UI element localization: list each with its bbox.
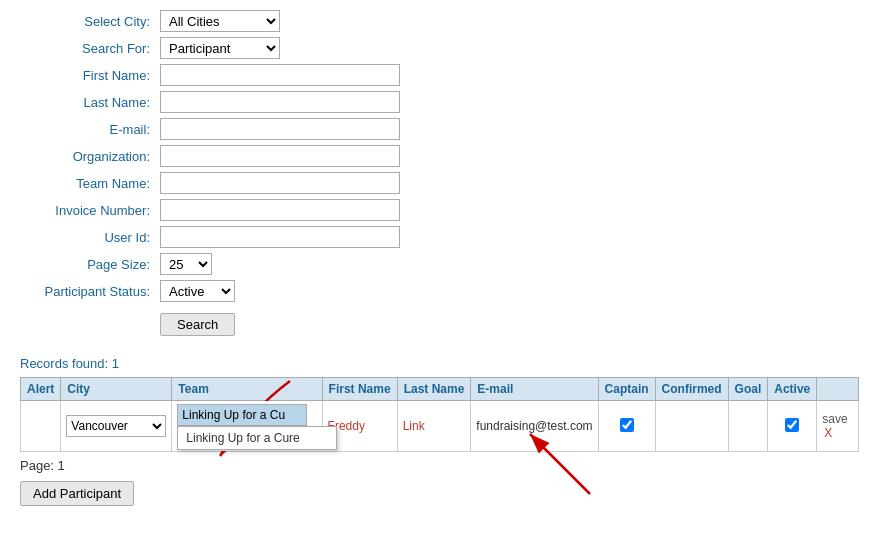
col-city: City xyxy=(61,378,172,401)
table-header-row: Alert City Team First Name Last Name E-m… xyxy=(21,378,859,401)
page-info: Page: 1 xyxy=(20,458,859,473)
user-id-row: User Id: xyxy=(20,226,859,248)
email-value: fundraising@test.com xyxy=(476,419,592,433)
last-name-input[interactable] xyxy=(160,91,400,113)
records-found: Records found: 1 xyxy=(20,356,859,371)
team-input[interactable] xyxy=(177,404,307,426)
table-row: Vancouver ▼ Linking Up for a Cure Freddy xyxy=(21,401,859,452)
team-name-label: Team Name: xyxy=(20,176,160,191)
participant-status-row: Participant Status: Active Inactive All xyxy=(20,280,859,302)
cell-goal xyxy=(728,401,768,452)
search-for-row: Search For: Participant xyxy=(20,37,859,59)
select-city-row: Select City: All Cities xyxy=(20,10,859,32)
cell-alert xyxy=(21,401,61,452)
search-for-label: Search For: xyxy=(20,41,160,56)
user-id-label: User Id: xyxy=(20,230,160,245)
col-actions xyxy=(817,378,859,401)
organization-row: Organization: xyxy=(20,145,859,167)
col-confirmed: Confirmed xyxy=(655,378,728,401)
first-name-input[interactable] xyxy=(160,64,400,86)
cell-captain xyxy=(598,401,655,452)
cell-last-name: Link xyxy=(397,401,471,452)
participant-status-select[interactable]: Active Inactive All xyxy=(160,280,235,302)
cell-confirmed xyxy=(655,401,728,452)
captain-checkbox[interactable] xyxy=(620,418,634,432)
cell-email: fundraising@test.com xyxy=(471,401,598,452)
col-first-name: First Name xyxy=(322,378,397,401)
add-participant-button[interactable]: Add Participant xyxy=(20,481,134,506)
cell-active xyxy=(768,401,817,452)
page-size-row: Page Size: 25 50 100 xyxy=(20,253,859,275)
team-option[interactable]: Linking Up for a Cure xyxy=(178,427,336,449)
invoice-number-label: Invoice Number: xyxy=(20,203,160,218)
city-row-select[interactable]: Vancouver xyxy=(66,415,166,437)
last-name-label: Last Name: xyxy=(20,95,160,110)
results-table: Alert City Team First Name Last Name E-m… xyxy=(20,377,859,452)
col-captain: Captain xyxy=(598,378,655,401)
results-section: Records found: 1 Alert City Team First N… xyxy=(20,356,859,506)
invoice-number-input[interactable] xyxy=(160,199,400,221)
search-button[interactable]: Search xyxy=(160,313,235,336)
team-dropdown-menu: Linking Up for a Cure xyxy=(177,426,337,450)
col-team: Team xyxy=(172,378,322,401)
active-checkbox[interactable] xyxy=(785,418,799,432)
organization-label: Organization: xyxy=(20,149,160,164)
save-link[interactable]: save xyxy=(822,412,847,426)
search-for-select[interactable]: Participant xyxy=(160,37,280,59)
city-select[interactable]: All Cities xyxy=(160,10,280,32)
col-goal: Goal xyxy=(728,378,768,401)
email-row: E-mail: xyxy=(20,118,859,140)
cell-team: ▼ Linking Up for a Cure xyxy=(172,401,322,452)
team-wrapper: ▼ Linking Up for a Cure xyxy=(177,404,316,448)
cell-city: Vancouver xyxy=(61,401,172,452)
email-input[interactable] xyxy=(160,118,400,140)
organization-input[interactable] xyxy=(160,145,400,167)
col-email: E-mail xyxy=(471,378,598,401)
col-alert: Alert xyxy=(21,378,61,401)
select-city-label: Select City: xyxy=(20,14,160,29)
col-last-name: Last Name xyxy=(397,378,471,401)
first-name-row: First Name: xyxy=(20,64,859,86)
page-size-label: Page Size: xyxy=(20,257,160,272)
team-name-row: Team Name: xyxy=(20,172,859,194)
col-active: Active xyxy=(768,378,817,401)
first-name-label: First Name: xyxy=(20,68,160,83)
delete-link[interactable]: X xyxy=(824,426,832,440)
page-size-select[interactable]: 25 50 100 xyxy=(160,253,212,275)
participant-status-label: Participant Status: xyxy=(20,284,160,299)
user-id-input[interactable] xyxy=(160,226,400,248)
search-form: Select City: All Cities Search For: Part… xyxy=(20,10,859,346)
last-name-row: Last Name: xyxy=(20,91,859,113)
invoice-number-row: Invoice Number: xyxy=(20,199,859,221)
email-label: E-mail: xyxy=(20,122,160,137)
team-name-input[interactable] xyxy=(160,172,400,194)
cell-actions: save X xyxy=(817,401,859,452)
last-name-link[interactable]: Link xyxy=(403,419,425,433)
